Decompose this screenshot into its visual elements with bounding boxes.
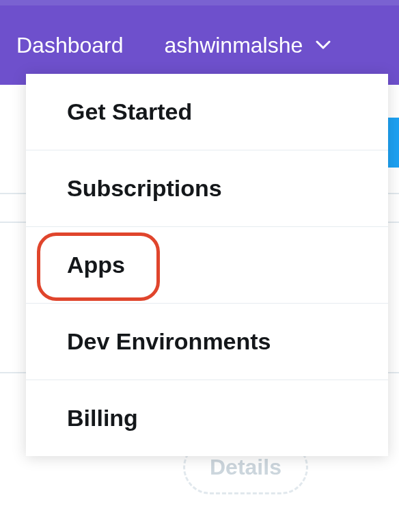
top-accent-strip [0,0,399,5]
dropdown-item-label: Get Started [67,98,192,124]
dropdown-menu: Get Started Subscriptions Apps Dev Envir… [26,74,388,456]
dropdown-item-apps[interactable]: Apps [26,227,388,304]
dashboard-link[interactable]: Dashboard [16,33,124,58]
dropdown-item-get-started[interactable]: Get Started [26,74,388,150]
dropdown-item-label: Dev Environments [67,328,271,354]
dropdown-item-label: Apps [67,252,125,278]
username-label: ashwinmalshe [165,33,303,58]
dropdown-item-subscriptions[interactable]: Subscriptions [26,150,388,227]
dropdown-item-label: Billing [67,405,138,431]
dropdown-item-dev-environments[interactable]: Dev Environments [26,304,388,380]
user-dropdown-toggle[interactable]: ashwinmalshe [165,33,332,58]
dropdown-item-label: Subscriptions [67,175,222,201]
chevron-down-icon [315,37,331,53]
dropdown-item-billing[interactable]: Billing [26,380,388,456]
header-bar: Dashboard ashwinmalshe [0,5,399,85]
